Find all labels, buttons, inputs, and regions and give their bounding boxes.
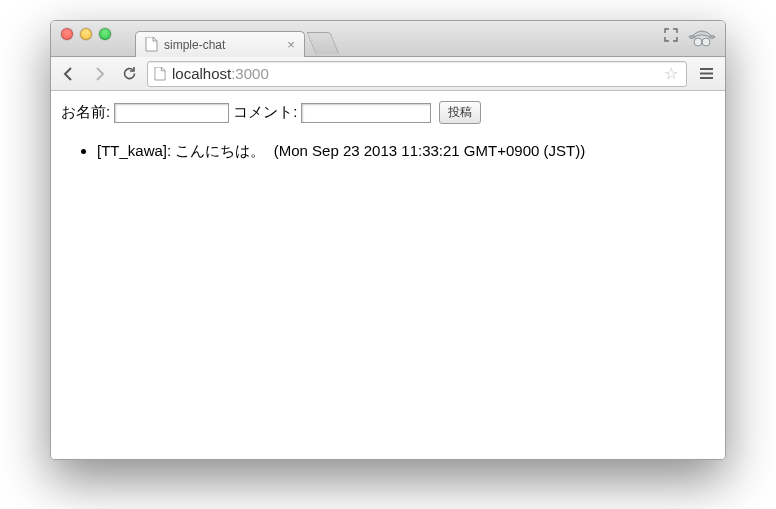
reload-button[interactable] xyxy=(117,62,141,86)
comment-label: コメント: xyxy=(233,103,297,122)
menu-button[interactable] xyxy=(693,62,719,86)
name-label: お名前: xyxy=(61,103,110,122)
browser-toolbar: localhost:3000 ☆ xyxy=(51,57,725,91)
bookmark-star-icon[interactable]: ☆ xyxy=(660,64,682,83)
url-host: localhost xyxy=(172,65,231,82)
tab-close-button[interactable]: × xyxy=(284,38,298,52)
tab-strip: simple-chat × xyxy=(135,21,335,56)
svg-point-1 xyxy=(709,36,715,39)
chat-form: お名前: コメント: 投稿 xyxy=(61,101,715,124)
file-icon xyxy=(154,67,168,81)
message-list: [TT_kawa]: こんにちは。 (Mon Sep 23 2013 11:33… xyxy=(61,142,715,161)
page-content: お名前: コメント: 投稿 [TT_kawa]: こんにちは。 (Mon Sep… xyxy=(51,91,725,459)
submit-button[interactable]: 投稿 xyxy=(439,101,481,124)
message-timestamp: Mon Sep 23 2013 11:33:21 GMT+0900 (JST) xyxy=(279,142,580,159)
url-port: :3000 xyxy=(231,65,269,82)
window-zoom-button[interactable] xyxy=(99,28,111,40)
file-icon xyxy=(144,38,158,52)
comment-input[interactable] xyxy=(301,103,431,123)
window-controls xyxy=(61,28,111,40)
message-text: こんにちは。 xyxy=(175,142,265,159)
window-titlebar: simple-chat × xyxy=(51,21,725,57)
tab-title: simple-chat xyxy=(164,38,225,52)
svg-point-2 xyxy=(694,38,702,46)
url-text: localhost:3000 xyxy=(172,65,660,82)
svg-point-3 xyxy=(702,38,710,46)
svg-point-0 xyxy=(689,36,695,39)
window-minimize-button[interactable] xyxy=(80,28,92,40)
back-button[interactable] xyxy=(57,62,81,86)
list-item: [TT_kawa]: こんにちは。 (Mon Sep 23 2013 11:33… xyxy=(97,142,715,161)
incognito-icon xyxy=(687,24,717,50)
forward-button[interactable] xyxy=(87,62,111,86)
window-close-button[interactable] xyxy=(61,28,73,40)
browser-window: simple-chat × xyxy=(50,20,726,460)
address-bar[interactable]: localhost:3000 ☆ xyxy=(147,61,687,87)
name-input[interactable] xyxy=(114,103,229,123)
new-tab-button[interactable] xyxy=(307,32,340,54)
browser-tab[interactable]: simple-chat × xyxy=(135,31,305,57)
fullscreen-icon[interactable] xyxy=(663,28,679,46)
message-user: TT_kawa xyxy=(101,142,163,159)
